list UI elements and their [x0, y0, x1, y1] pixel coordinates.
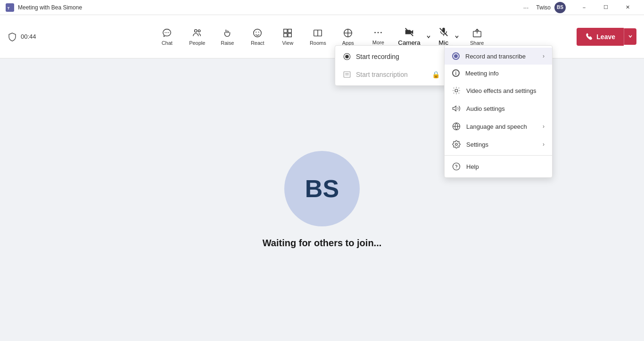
chat-label: Chat — [162, 40, 173, 46]
svg-point-3 — [166, 32, 167, 33]
svg-rect-12 — [284, 33, 287, 36]
more-label: More — [372, 40, 384, 45]
settings-icon — [452, 140, 461, 149]
view-button[interactable]: View — [273, 18, 302, 56]
start-transcription-item: Start transcription 🔒 — [335, 66, 447, 83]
svg-point-21 — [380, 32, 382, 33]
more-video-effects-item[interactable]: Video effects and settings — [445, 82, 552, 100]
transcription-lock-icon: 🔒 — [432, 71, 440, 78]
share-label: Share — [470, 40, 484, 46]
language-chevron: › — [543, 123, 545, 130]
leave-button-group: Leave — [577, 28, 636, 46]
meeting-info-icon: i — [452, 69, 460, 77]
user-avatar[interactable]: BS — [554, 2, 566, 13]
svg-point-34 — [453, 163, 460, 170]
video-effects-label: Video effects and settings — [466, 87, 536, 94]
react-label: React — [251, 40, 264, 46]
chat-button[interactable]: Chat — [153, 18, 181, 56]
toolbar-left: 00:44 — [8, 32, 36, 42]
svg-point-4 — [168, 32, 169, 33]
camera-chevron-icon — [426, 34, 431, 39]
raise-icon — [222, 28, 232, 38]
mic-chevron-icon — [454, 34, 459, 39]
audio-settings-label: Audio settings — [466, 105, 505, 112]
more-language-speech-item[interactable]: Language and speech › — [445, 117, 552, 135]
more-record-transcribe-item[interactable]: Record and transcribe › — [445, 48, 552, 65]
svg-point-6 — [198, 30, 201, 32]
meeting-info-label: Meeting info — [465, 70, 499, 77]
raise-button[interactable]: Raise — [213, 18, 241, 56]
meeting-timer: 00:44 — [21, 33, 36, 40]
waiting-message: Waiting for others to join... — [263, 238, 382, 249]
svg-point-35 — [456, 168, 456, 168]
view-label: View — [282, 40, 293, 46]
svg-text:T: T — [8, 6, 10, 10]
apps-label: Apps — [342, 40, 354, 46]
react-button[interactable]: React — [243, 18, 272, 56]
camera-off-icon — [404, 27, 415, 37]
people-label: People — [189, 40, 205, 46]
svg-rect-0 — [6, 3, 14, 12]
svg-point-32 — [455, 89, 458, 92]
start-recording-label: Start recording — [356, 53, 399, 60]
rooms-label: Rooms — [310, 40, 326, 46]
svg-point-8 — [256, 32, 257, 33]
rooms-button[interactable]: Rooms — [304, 18, 332, 56]
teams-logo-icon: T — [6, 3, 14, 12]
close-button[interactable]: ✕ — [617, 0, 638, 15]
language-icon — [452, 122, 461, 131]
participant-initials: BS — [305, 175, 339, 203]
people-button[interactable]: People — [183, 18, 211, 56]
svg-point-28 — [345, 55, 349, 58]
start-recording-item[interactable]: Start recording — [335, 48, 447, 66]
minimize-button[interactable]: − — [573, 0, 595, 15]
start-transcription-label: Start transcription — [356, 71, 408, 78]
video-effects-icon — [452, 86, 461, 95]
record-radio-icon — [452, 52, 460, 60]
svg-point-9 — [258, 32, 259, 33]
react-icon — [252, 28, 263, 38]
record-icon — [343, 52, 351, 61]
settings-label: Settings — [466, 141, 488, 148]
more-meeting-info-item[interactable]: i Meeting info — [445, 65, 552, 82]
record-transcribe-chevron: › — [543, 53, 545, 59]
more-dropdown: Record and transcribe › i Meeting info V… — [444, 45, 553, 178]
maximize-button[interactable]: ☐ — [595, 0, 617, 15]
titlebar-right: ··· Twiso BS − ☐ ✕ — [520, 0, 638, 15]
user-name: Twiso — [536, 4, 551, 11]
recording-dropdown: Start recording Start transcription 🔒 — [335, 45, 448, 86]
svg-point-2 — [165, 32, 166, 33]
leave-chevron-icon — [628, 34, 633, 39]
participant-avatar: BS — [284, 151, 360, 226]
settings-chevron: › — [543, 141, 545, 148]
more-help-item[interactable]: Help — [445, 158, 552, 175]
transcription-icon — [343, 70, 351, 79]
svg-point-20 — [378, 32, 379, 33]
rooms-icon — [313, 28, 323, 38]
more-audio-settings-item[interactable]: Audio settings — [445, 100, 552, 117]
help-icon — [452, 162, 461, 171]
record-transcribe-label: Record and transcribe — [465, 53, 526, 60]
titlebar-more-button[interactable]: ··· — [520, 4, 533, 11]
title-bar: T Meeting with Bea Simone ··· Twiso BS −… — [0, 0, 644, 15]
svg-rect-29 — [344, 72, 350, 77]
svg-rect-10 — [284, 29, 287, 32]
chat-icon — [162, 28, 172, 38]
leave-label: Leave — [596, 33, 615, 41]
svg-point-5 — [195, 29, 198, 32]
language-speech-label: Language and speech — [466, 123, 527, 130]
people-icon — [192, 28, 202, 38]
svg-rect-13 — [288, 33, 291, 36]
help-label: Help — [466, 163, 479, 170]
leave-phone-icon — [585, 33, 594, 41]
more-settings-item[interactable]: Settings › — [445, 135, 552, 153]
mic-off-icon — [438, 27, 449, 37]
leave-button[interactable]: Leave — [577, 28, 624, 46]
leave-dropdown-button[interactable] — [624, 28, 636, 45]
svg-point-19 — [375, 32, 376, 33]
view-icon — [282, 28, 293, 38]
more-divider — [445, 155, 552, 156]
more-icon — [373, 27, 383, 38]
window-controls: − ☐ ✕ — [573, 0, 638, 15]
audio-settings-icon — [452, 104, 461, 113]
